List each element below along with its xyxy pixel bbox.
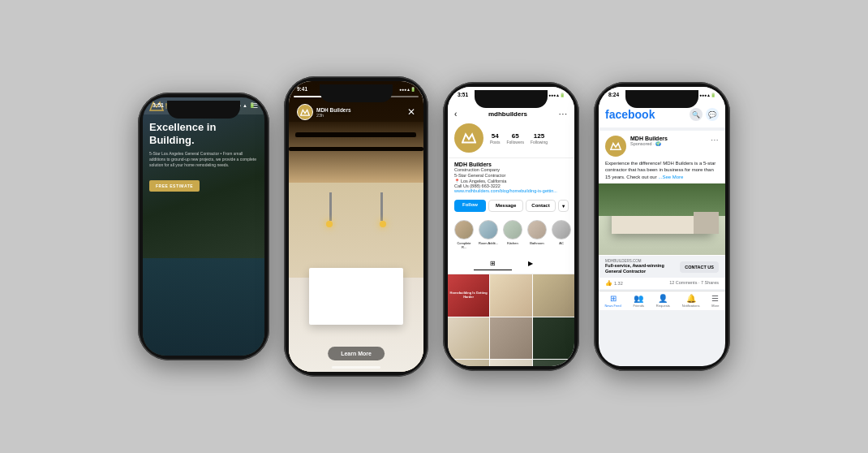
phone-story: MDH Builders 23h ✕ 9:41 ●●●▲🔋 Learn More: [284, 76, 428, 377]
home-indicator: [332, 366, 380, 369]
ig-highlight-circle-2: [479, 220, 498, 239]
fb-nav-friends[interactable]: 👥 Friends: [634, 294, 644, 308]
fb-post-text: Experience the difference! MDH Builders …: [599, 160, 725, 183]
ig-follow-button[interactable]: Follow: [454, 200, 486, 212]
ig-grid-cell-2[interactable]: [490, 274, 531, 316]
ig-highlight-complete-r[interactable]: Complete R...: [454, 220, 474, 249]
ig-highlight-circle-5: [552, 220, 571, 239]
story-close-button[interactable]: ✕: [407, 106, 415, 118]
ig-highlights: Complete R... Room Addit... Kitchen Bath…: [448, 215, 574, 254]
fb-search-icon[interactable]: 🔍: [690, 108, 703, 121]
fb-bottom-nav: ⊞ News Feed 👥 Friends 👤 Requests 🔔 Notif…: [599, 291, 725, 310]
ig-highlight-circle-1: [454, 220, 474, 239]
facebook-wordmark: facebook: [605, 108, 655, 121]
story-user-info: MDH Builders 23h: [297, 104, 351, 120]
status-icons-1: ●●● ▲ 🔋: [232, 102, 255, 108]
hero-description: 5-Star Los Angeles General Contractor • …: [149, 151, 258, 168]
svg-marker-1: [301, 110, 310, 115]
fb-comments-count: 12 Comments: [669, 280, 697, 285]
story-logo-icon: [300, 109, 310, 116]
svg-marker-3: [611, 144, 621, 150]
ig-contact-button[interactable]: Contact: [526, 200, 555, 212]
fb-nav-notifications-label: Notifications: [682, 304, 700, 308]
fb-post-meta: MDH Builders Sponsored · 🌍: [630, 136, 707, 146]
story-progress-bar-2: [336, 96, 376, 97]
ig-highlight-kitchen[interactable]: Kitchen: [503, 220, 522, 249]
phone-facebook: 8:24 ●●●▲🔋 facebook 🔍 💬: [594, 82, 730, 371]
ig-category: Construction Company: [454, 167, 568, 173]
fb-post-header: MDH Builders Sponsored · 🌍 ···: [599, 131, 725, 160]
ig-profile-info: 54 Posts 65 Followers 125 Following: [454, 123, 568, 153]
ig-bio-section: MDH Builders Construction Company 5-Star…: [448, 158, 574, 196]
fb-logo-icon: [610, 142, 621, 150]
learn-more-button[interactable]: Learn More: [328, 347, 385, 360]
phone-website: 3:51 ●●● ▲ 🔋 MDH BUILDERS: [138, 93, 269, 360]
fb-nav-requests-label: Requests: [656, 304, 670, 308]
ig-url[interactable]: www.mdhbuilders.com/blog/homebuilding-is…: [454, 188, 568, 193]
fb-sponsored-label: Sponsored · 🌍: [630, 141, 707, 146]
ig-options-button[interactable]: ···: [559, 110, 568, 119]
ig-following-stat: 125 Following: [531, 132, 548, 145]
ig-grid-cell-1[interactable]: Homebuilding Is Getting Harder: [448, 274, 489, 316]
fb-reaction-count: 1.32: [614, 281, 623, 286]
ig-grid-cell-7[interactable]: [448, 360, 489, 366]
ig-logo-icon: [462, 132, 476, 144]
ig-highlight-room-addit[interactable]: Room Addit...: [479, 220, 498, 249]
ig-chevron-button[interactable]: ▾: [558, 200, 569, 212]
fb-nav-notifications[interactable]: 🔔 Notifications: [682, 294, 700, 308]
fb-nav-home-icon: ⊞: [610, 294, 617, 303]
ig-highlight-bathroom[interactable]: Bathroom: [527, 220, 547, 249]
fb-nav-requests[interactable]: 👤 Requests: [656, 294, 670, 308]
fb-cta-title: Full-service, Award-winning General Cont…: [605, 263, 664, 274]
fb-nav-notifications-icon: 🔔: [686, 294, 696, 303]
ig-statusbar: 3:51 ●●●▲🔋: [448, 92, 574, 97]
ig-reels-tab[interactable]: ▶: [512, 257, 549, 270]
svg-marker-2: [462, 135, 475, 143]
ig-back-button[interactable]: ‹: [454, 110, 457, 119]
fb-post-options[interactable]: ···: [711, 136, 719, 145]
status-time-1: 3:51: [153, 102, 164, 108]
phones-container: 3:51 ●●● ▲ 🔋 MDH BUILDERS: [122, 60, 746, 393]
fb-shares-count: 7 Shares: [701, 280, 719, 285]
ig-action-buttons: Follow Message Contact ▾: [448, 196, 574, 215]
ig-grid-cell-9[interactable]: [533, 360, 574, 366]
story-time: 23h: [316, 113, 351, 118]
fb-nav-more-label: More: [711, 304, 719, 308]
ig-highlight-ac[interactable]: AC: [552, 220, 571, 249]
fb-post-card: MDH Builders Sponsored · 🌍 ··· Experienc…: [599, 131, 725, 289]
ig-grid-tabs: ⊞ ▶: [448, 254, 574, 274]
ig-cell-text-1: Homebuilding Is Getting Harder: [448, 274, 489, 316]
ig-bio: 5-Star General Contractor: [454, 173, 568, 179]
fb-messenger-icon[interactable]: 💬: [706, 108, 719, 121]
fb-reactions: 👍 1.32 12 Comments · 7 Shares: [599, 278, 725, 289]
ig-grid-cell-5[interactable]: [490, 317, 531, 359]
ig-display-name: MDH Builders: [454, 162, 568, 167]
ig-grid-cell-4[interactable]: [448, 317, 489, 359]
ig-grid-cell-8[interactable]: [490, 360, 531, 366]
ig-grid-tab[interactable]: ⊞: [474, 257, 512, 270]
fb-status-time: 8:24: [608, 92, 619, 97]
free-estimate-button[interactable]: FREE ESTIMATE: [149, 180, 200, 192]
fb-header-icons: 🔍 💬: [690, 108, 719, 121]
fb-nav-requests-icon: 👤: [658, 294, 668, 303]
fb-nav-news-feed[interactable]: ⊞ News Feed: [604, 294, 621, 308]
fb-see-more[interactable]: ...See More: [658, 175, 683, 179]
ig-status-time: 3:51: [458, 92, 468, 97]
fb-page-name: MDH Builders: [630, 136, 707, 141]
ig-highlight-circle-3: [503, 220, 522, 239]
ig-header: ‹ mdhbuilders ··· 54: [448, 87, 574, 158]
fb-nav-more[interactable]: ☰ More: [711, 294, 719, 308]
fb-nav-more-icon: ☰: [711, 294, 719, 303]
ig-profile-top: ‹ mdhbuilders ···: [454, 110, 568, 119]
ig-message-button[interactable]: Message: [488, 200, 523, 212]
ig-profile-avatar: [454, 123, 483, 153]
ig-grid-cell-6[interactable]: [533, 317, 574, 359]
story-avatar: [297, 104, 313, 120]
ig-stats: 54 Posts 65 Followers 125 Following: [490, 132, 548, 145]
hero-section: Excellence in Building. 5-Star Los Angel…: [143, 114, 264, 356]
fb-contact-us-button[interactable]: CONTACT US: [680, 261, 719, 273]
fb-nav-friends-label: Friends: [634, 304, 644, 308]
story-username: MDH Builders: [316, 107, 351, 113]
ig-grid-cell-3[interactable]: [533, 274, 574, 316]
fb-like-icon: 👍: [605, 280, 612, 287]
